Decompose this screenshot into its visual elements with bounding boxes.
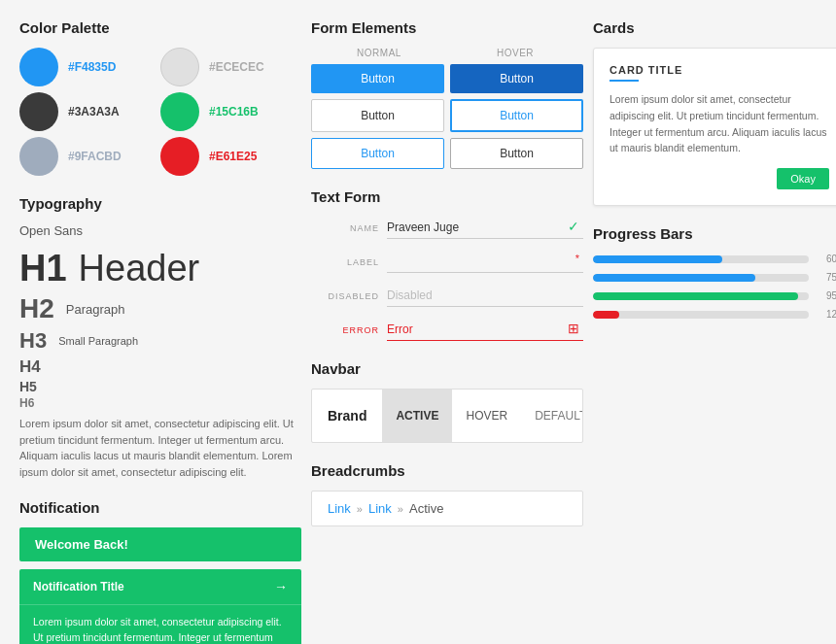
color-pairs: #F4835D #ECECEC #3A3A3A #15C16B: [19, 48, 301, 176]
progress-label-1: 60%: [817, 254, 836, 264]
h2-tag: H2: [19, 293, 54, 324]
cards-title: Cards: [593, 19, 836, 36]
h5-tag: H5: [19, 379, 37, 394]
h6-demo: H6: [19, 396, 301, 410]
navbar-item-active[interactable]: ACTIVE: [382, 390, 452, 442]
breadcrumbs-title: Breadcrumbs: [311, 462, 583, 479]
notification-card-body: Lorem ipsum dolor sit amet, consectetur …: [19, 605, 301, 644]
form-elements-title: Form Elements: [311, 19, 583, 36]
progress-fill-2: [593, 274, 755, 282]
button-primary-normal[interactable]: Button: [311, 64, 444, 93]
field-row-disabled: DISABLED: [311, 285, 583, 307]
button-outline-normal[interactable]: Button: [311, 99, 444, 132]
field-label-disabled: DISABLED: [311, 291, 379, 301]
h3-label-text: Small Paragraph: [58, 335, 138, 347]
hover-label: HOVER: [447, 48, 583, 58]
field-wrap-disabled: [387, 285, 583, 307]
h6-tag: H6: [19, 396, 34, 410]
color-palette-title: Color Palette: [19, 19, 301, 36]
field-row-error: ERROR ⊞: [311, 319, 583, 341]
color-swatch-green: [160, 92, 199, 131]
left-column: Color Palette #F4835D #ECECEC #3A3A3A: [19, 19, 301, 644]
page: Color Palette #F4835D #ECECEC #3A3A3A: [0, 0, 836, 644]
navbar-brand: Brand: [312, 390, 382, 442]
field-label-name: NAME: [311, 223, 379, 233]
form-elements-header: NORMAL HOVER: [311, 48, 583, 58]
notification-card-title: Notification Title: [33, 580, 124, 593]
notification-card: Notification Title → Lorem ipsum dolor s…: [19, 569, 301, 644]
breadcrumb-link-2[interactable]: Link: [368, 501, 392, 516]
card-okay-button[interactable]: Okay: [777, 168, 829, 189]
breadcrumb-link-1[interactable]: Link: [328, 501, 351, 516]
color-swatch-red: [160, 137, 199, 176]
cards-section: Cards CARD TITLE Lorem ipsum dolor sit a…: [593, 19, 836, 206]
h5-demo: H5: [19, 379, 301, 394]
input-name[interactable]: [387, 217, 583, 239]
breadcrumb-bar: Link » Link » Active: [311, 491, 583, 526]
breadcrumb-sep-1: »: [357, 503, 363, 515]
input-error[interactable]: [387, 319, 583, 341]
progress-row-2: 75%: [593, 272, 836, 283]
navbar-bar: Brand ACTIVE HOVER DEFAULT SIGN IN: [311, 389, 583, 443]
progress-row-3: 95%: [593, 290, 836, 301]
color-label-dark: #3A3A3A: [68, 105, 146, 119]
progress-fill-4: [593, 311, 619, 319]
required-icon: *: [575, 253, 579, 264]
color-palette-section: Color Palette #F4835D #ECECEC #3A3A3A: [19, 19, 301, 176]
breadcrumbs-section: Breadcrumbs Link » Link » Active: [311, 462, 583, 526]
card-title: CARD TITLE: [610, 64, 829, 76]
progress-bars-title: Progress Bars: [593, 225, 836, 242]
text-form-title: Text Form: [311, 188, 583, 205]
color-label-gray-light: #ECECEC: [209, 60, 287, 74]
color-swatch-dark: [19, 92, 58, 131]
color-pair-6: #E61E25: [160, 137, 301, 176]
form-elements-section: Form Elements NORMAL HOVER Button Button…: [311, 19, 583, 169]
progress-row-1: 60%: [593, 254, 836, 264]
field-wrap-label: *: [387, 251, 583, 273]
progress-track-4: [593, 311, 809, 319]
navbar-item-default[interactable]: DEFAULT: [521, 390, 583, 442]
check-icon: ✓: [568, 219, 579, 234]
navbar-item-hover[interactable]: HOVER: [452, 390, 521, 442]
field-label-error: ERROR: [311, 325, 379, 335]
h1-demo: H1 Header: [19, 248, 301, 289]
notification-section: Notification Welcome Back! Notification …: [19, 499, 301, 644]
input-label[interactable]: [387, 251, 583, 273]
progress-label-4: 12%: [817, 309, 836, 320]
breadcrumb-sep-2: »: [398, 503, 403, 515]
notification-arrow-icon: →: [274, 579, 288, 594]
card-body-text: Lorem ipsum dolor sit amet, consectetur …: [610, 91, 829, 156]
button-outline-hover[interactable]: Button: [450, 99, 583, 132]
notification-title: Notification: [19, 499, 301, 516]
progress-label-2: 75%: [817, 272, 836, 283]
normal-label: NORMAL: [311, 48, 447, 58]
color-pair-4: #15C16B: [160, 92, 301, 131]
right-column: Cards CARD TITLE Lorem ipsum dolor sit a…: [593, 19, 836, 644]
h3-demo: H3 Small Paragraph: [19, 328, 301, 354]
h4-tag: H4: [19, 357, 41, 377]
notification-card-header: Notification Title →: [19, 569, 301, 605]
button-primary-hover[interactable]: Button: [450, 64, 583, 93]
color-pair-2: #ECECEC: [160, 48, 301, 86]
navbar-title: Navbar: [311, 360, 583, 377]
error-icon: ⊞: [568, 321, 579, 336]
field-wrap-error: ⊞: [387, 319, 583, 341]
text-form-section: Text Form NAME ✓ LABEL * DISABLED: [311, 188, 583, 341]
field-label-label: LABEL: [311, 257, 379, 267]
color-swatch-blue: [19, 48, 58, 86]
button-row-1: Button Button: [311, 64, 583, 93]
typography-section: Typography Open Sans H1 Header H2 Paragr…: [19, 195, 301, 480]
button-row-2: Button Button: [311, 99, 583, 132]
navbar-section: Navbar Brand ACTIVE HOVER DEFAULT SIGN I…: [311, 360, 583, 443]
font-name: Open Sans: [19, 223, 301, 238]
button-outline-dark-hover[interactable]: Button: [450, 138, 583, 169]
color-label-red: #E61E25: [209, 150, 287, 163]
notification-welcome: Welcome Back!: [19, 527, 301, 561]
input-disabled: [387, 285, 583, 307]
progress-bars-section: Progress Bars 60% 75% 95%: [593, 225, 836, 320]
button-outline-blue-normal[interactable]: Button: [311, 138, 444, 169]
color-swatch-gray: [19, 137, 58, 176]
color-label-gray: #9FACBD: [68, 150, 146, 163]
body-text-sample: Lorem ipsum dolor sit amet, consectetur …: [19, 416, 301, 480]
h1-label-text: Header: [79, 248, 200, 289]
